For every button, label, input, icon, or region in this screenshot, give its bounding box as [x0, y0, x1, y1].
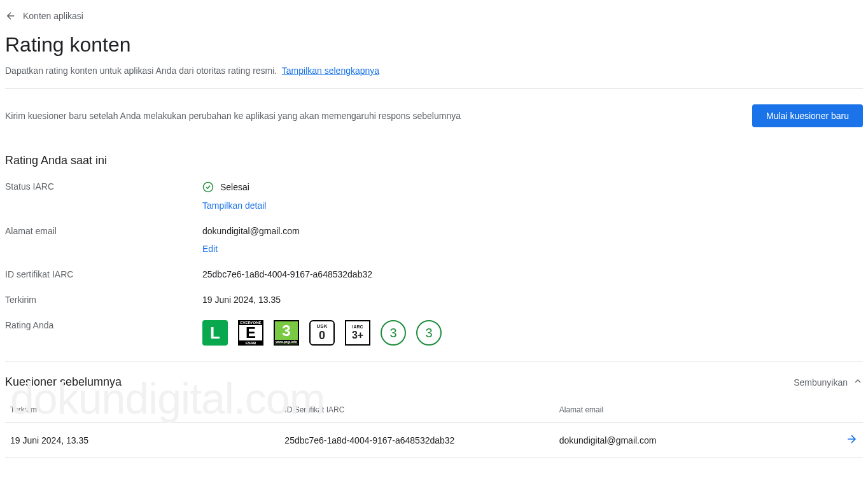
cert-value: 25dbc7e6-1a8d-4004-9167-a648532dab32: [202, 269, 372, 279]
cell-sent: 19 Juni 2024, 13.35: [5, 423, 279, 458]
back-link[interactable]: Konten aplikasi: [5, 5, 863, 27]
hide-toggle[interactable]: Sembunyikan: [794, 376, 863, 388]
divider: [5, 361, 863, 361]
cell-email: dokundigital@gmail.com: [554, 423, 837, 458]
edit-email-link[interactable]: Edit: [202, 244, 300, 254]
status-row: Status IARC Selesai Tampilkan detail: [5, 181, 863, 211]
row-open-button[interactable]: [837, 423, 863, 458]
rating-badge-usk-icon: USK 0: [309, 320, 335, 346]
rating-badge-google-icon: 3: [381, 320, 406, 346]
table-header-cert: ID Sertifikat IARC: [279, 398, 554, 423]
table-row[interactable]: 19 Juni 2024, 13.35 25dbc7e6-1a8d-4004-9…: [5, 423, 863, 458]
previous-questionnaire-table: Terkirim ID Sertifikat IARC Alamat email…: [5, 398, 863, 458]
learn-more-link[interactable]: Tampilkan selengkapnya: [282, 66, 379, 76]
status-label: Status IARC: [5, 181, 202, 192]
check-circle-icon: [202, 181, 214, 193]
email-row: Alamat email dokundigital@gmail.com Edit: [5, 226, 863, 254]
subtitle-text: Dapatkan rating konten untuk aplikasi An…: [5, 66, 277, 76]
arrow-left-icon: [5, 10, 17, 22]
start-questionnaire-button[interactable]: Mulai kuesioner baru: [752, 104, 863, 127]
page-title: Rating konten: [5, 33, 863, 57]
email-label: Alamat email: [5, 226, 202, 236]
chevron-up-icon: [853, 376, 863, 388]
svg-point-0: [204, 183, 213, 192]
arrow-right-icon: [845, 437, 858, 447]
table-header-sent: Terkirim: [5, 398, 279, 423]
show-detail-link[interactable]: Tampilkan detail: [202, 200, 266, 211]
cert-row: ID sertifikat IARC 25dbc7e6-1a8d-4004-91…: [5, 269, 863, 279]
email-value: dokundigital@gmail.com: [202, 226, 300, 236]
rating-badge-classind-icon: L: [202, 320, 228, 346]
sent-label: Terkirim: [5, 295, 202, 305]
status-value: Selesai: [220, 182, 249, 192]
page-subtitle: Dapatkan rating konten untuk aplikasi An…: [5, 66, 863, 76]
rating-badge-esrb-icon: EVERYONE E ESRB: [238, 320, 263, 346]
action-bar-text: Kirim kuesioner baru setelah Anda melaku…: [5, 111, 461, 121]
rating-label: Rating Anda: [5, 320, 202, 330]
cell-cert: 25dbc7e6-1a8d-4004-9167-a648532dab32: [279, 423, 554, 458]
previous-questionnaire-title: Kuesioner sebelumnya: [5, 375, 122, 389]
hide-label: Sembunyikan: [794, 377, 848, 388]
action-bar: Kirim kuesioner baru setelah Anda melaku…: [5, 89, 863, 143]
sent-row: Terkirim 19 Juni 2024, 13.35: [5, 295, 863, 305]
back-link-label: Konten aplikasi: [23, 11, 83, 21]
rating-badge-pegi-icon: 3 www.pegi.info: [274, 320, 299, 346]
cert-label: ID sertifikat IARC: [5, 269, 202, 279]
rating-badge-generic-icon: 3: [416, 320, 442, 346]
sent-value: 19 Juni 2024, 13.35: [202, 295, 281, 305]
rating-badges: L EVERYONE E ESRB 3 www.pegi.info USK 0 …: [202, 320, 442, 346]
table-header-email: Alamat email: [554, 398, 837, 423]
rating-badge-iarc-icon: IARC 3+: [345, 320, 370, 346]
rating-row: Rating Anda L EVERYONE E ESRB 3 www.pegi…: [5, 320, 863, 346]
current-rating-title: Rating Anda saat ini: [5, 154, 863, 167]
